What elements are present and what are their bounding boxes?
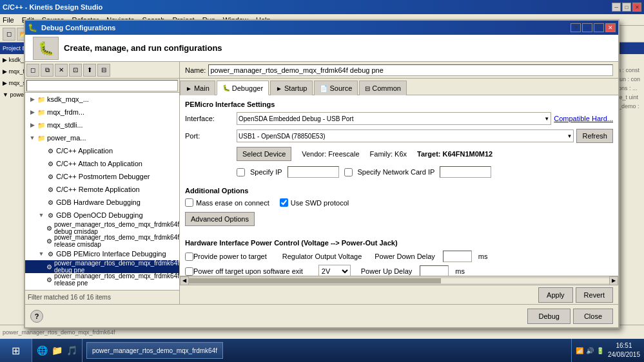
tree-item-gdb-openocd-group[interactable]: ▼ ⚙ GDB OpenOCD Debugging xyxy=(25,209,179,222)
taskbar-item-1[interactable]: power_manager_rtos_demo_mqx_frdmk64f xyxy=(86,342,223,359)
dialog-search-area xyxy=(25,79,179,93)
apply-button[interactable]: Apply xyxy=(538,287,573,303)
scroll-right-btn[interactable]: ▶ xyxy=(609,276,618,285)
config-name-input[interactable] xyxy=(208,64,613,76)
tree-toggle-power-ma[interactable]: ▼ xyxy=(28,133,37,142)
windows-logo-icon: ⊞ xyxy=(12,345,20,357)
tree-item-ksdk[interactable]: ▶ 📁 ksdk_mqx_... xyxy=(25,93,179,106)
tree-toggle-mqx-stdli[interactable]: ▶ xyxy=(28,120,37,129)
provide-power-checkbox[interactable] xyxy=(185,252,193,261)
tree-item-cpp-attach[interactable]: ▶ ⚙ C/C++ Attach to Application xyxy=(25,157,179,170)
tab-main-label: Main xyxy=(194,84,210,92)
tree-item-pemicro-debug[interactable]: ▶ ⚙ power_manager_rtos_demo_mqx_frdmk64f… xyxy=(25,260,179,273)
dialog-left-panel: ◻ ⧉ ✕ ⊡ ⬆ ⊟ ▶ 📁 ksdk_mqx_... xyxy=(25,62,180,304)
power-down-ms: ms xyxy=(478,252,488,260)
dialog-minimize-btn[interactable]: ─ xyxy=(582,23,592,32)
advanced-options-button[interactable]: Advanced Options xyxy=(185,212,255,226)
collapse-btn[interactable]: ⊟ xyxy=(97,64,110,77)
dialog-close-btn[interactable]: ✕ xyxy=(605,23,616,32)
menu-file[interactable]: File xyxy=(3,16,14,24)
tree-item-mqx-stdli[interactable]: ▶ 📁 mqx_stdli... xyxy=(25,119,179,131)
tree-toggle-ksdk[interactable]: ▶ xyxy=(28,95,37,104)
dialog-title-buttons: ? ─ □ ✕ xyxy=(571,23,616,32)
tree-item-pemicro-release[interactable]: ▶ ⚙ power_manager_rtos_demo_mqx_frdmk64f… xyxy=(25,273,179,286)
interface-row: Interface: OpenSDA Embedded Debug - USB … xyxy=(185,112,613,125)
config-search-input[interactable] xyxy=(26,80,178,91)
power-off-checkbox[interactable] xyxy=(185,267,193,276)
dialog-bottom-left: ? xyxy=(30,310,43,323)
taskbar-start-button[interactable]: ⊞ xyxy=(0,339,32,362)
section-title-pemicro: PEMicro Interface Settings xyxy=(185,100,613,108)
quicklaunch-browser[interactable]: 🌐 xyxy=(37,345,48,356)
tree-item-power-ma[interactable]: ▼ 📁 power_ma... xyxy=(25,131,179,144)
dialog-header-icon: 🐛 xyxy=(33,37,59,60)
ide-maximize-btn[interactable]: □ xyxy=(622,3,631,12)
hscroll-content-thumb[interactable] xyxy=(189,278,441,283)
tab-main[interactable]: ► Main xyxy=(180,81,215,95)
dialog-bottom-right: Debug Close xyxy=(527,309,613,324)
config-icon-cpp-postmortem: ⚙ xyxy=(46,172,55,181)
refresh-button[interactable]: Refresh xyxy=(576,129,613,143)
tab-common[interactable]: ⊟ Common xyxy=(359,81,407,95)
taskbar-clock[interactable]: 16:51 24/08/2015 xyxy=(608,341,640,359)
tree-item-gdb-pemicro-group[interactable]: ▼ ⚙ GDB PEMicro Interface Debugging xyxy=(25,247,179,260)
folder-icon-4: 📁 xyxy=(37,133,46,142)
specify-ip-checkbox[interactable] xyxy=(237,168,245,176)
config-tree[interactable]: ▶ 📁 ksdk_mqx_... ▶ 📁 mqx_frdm... xyxy=(25,93,179,290)
network-card-input[interactable] xyxy=(440,166,491,178)
voltage-select[interactable]: 2V 3.3V 5V xyxy=(318,265,351,276)
tray-volume-icon[interactable]: 🔊 xyxy=(586,347,594,354)
compatible-hard-link[interactable]: Compatible Hard... xyxy=(554,115,613,122)
duplicate-btn[interactable]: ⧉ xyxy=(41,64,54,77)
tree-item-cpp-remote[interactable]: ▶ ⚙ C/C++ Remote Application xyxy=(25,183,179,196)
export-btn[interactable]: ⬆ xyxy=(83,64,96,77)
close-button[interactable]: Close xyxy=(573,309,613,324)
tab-startup[interactable]: ► Startup xyxy=(270,81,313,95)
tree-toggle-pemicro[interactable]: ▼ xyxy=(37,249,46,258)
config-icon-cpp-remote: ⚙ xyxy=(46,185,55,194)
debug-button[interactable]: Debug xyxy=(527,309,570,324)
mass-erase-checkbox[interactable] xyxy=(185,198,193,207)
filter-btn[interactable]: ⊡ xyxy=(69,64,82,77)
tab-source[interactable]: 📄 Source xyxy=(314,81,358,95)
specify-network-card-checkbox[interactable] xyxy=(344,168,353,176)
provide-power-label: Provide power to target xyxy=(193,252,267,260)
use-swd-checkbox[interactable] xyxy=(280,198,288,207)
tree-label-cpp-attach: C/C++ Attach to Application xyxy=(56,160,142,167)
interface-select[interactable]: OpenSDA Embedded Debug - USB Port ▼ xyxy=(237,112,551,125)
tree-toggle-mqx-frdm[interactable]: ▶ xyxy=(28,108,37,117)
delete-btn[interactable]: ✕ xyxy=(55,64,68,77)
tree-item-mqx-frdm[interactable]: ▶ 📁 mqx_frdm... xyxy=(25,106,179,119)
quicklaunch-folder[interactable]: 📁 xyxy=(52,345,63,356)
ide-minimize-btn[interactable]: ─ xyxy=(612,3,621,12)
scroll-left-btn[interactable]: ◀ xyxy=(180,276,189,285)
tree-item-openocd-debug[interactable]: ▶ ⚙ power_manager_rtos_demo_mqx_frdmk64f… xyxy=(25,222,179,234)
tree-item-cpp-app[interactable]: ▶ ⚙ C/C++ Application xyxy=(25,144,179,157)
toolbar-new[interactable]: ◻ xyxy=(3,28,15,41)
content-hscrollbar[interactable]: ◀ ▶ xyxy=(180,276,618,285)
dialog-help-button[interactable]: ? xyxy=(30,310,43,323)
revert-button[interactable]: Revert xyxy=(576,287,613,303)
dialog-help-btn[interactable]: ? xyxy=(571,23,581,32)
tray-battery-icon[interactable]: 🔋 xyxy=(596,347,604,354)
group-icon-pemicro: ⚙ xyxy=(46,249,55,258)
specify-ip-input[interactable] xyxy=(288,166,339,178)
select-device-button[interactable]: Select Device xyxy=(237,147,291,161)
new-config-btn[interactable]: ◻ xyxy=(26,64,39,77)
quicklaunch-media[interactable]: 🎵 xyxy=(66,345,77,356)
config-icon-cpp-app: ⚙ xyxy=(46,146,55,155)
dialog-bottom-bar: ? Debug Close xyxy=(25,304,618,327)
tab-debugger[interactable]: 🐛 Debugger xyxy=(217,81,269,95)
tree-item-gdb-hw[interactable]: ▶ ⚙ GDB Hardware Debugging xyxy=(25,196,179,209)
tree-item-cpp-postmortem[interactable]: ▶ ⚙ C/C++ Postmortem Debugger xyxy=(25,170,179,183)
port-select[interactable]: USB1 - OpenSDA (78850E53) ▼ xyxy=(237,129,574,142)
tray-network-icon[interactable]: 📶 xyxy=(576,347,583,354)
ide-title: C/C++ - Kinetis Design Studio xyxy=(3,3,102,11)
tree-toggle-openocd[interactable]: ▼ xyxy=(37,211,46,220)
dialog-maximize-btn[interactable]: □ xyxy=(594,23,604,32)
power-down-delay-input[interactable] xyxy=(443,251,472,262)
hscroll-content-track[interactable] xyxy=(189,278,609,283)
ide-close-btn[interactable]: ✕ xyxy=(632,3,641,12)
tree-item-openocd-release[interactable]: ▶ ⚙ power_manager_rtos_demo_mqx_frdmk64f… xyxy=(25,234,179,247)
power-up-delay-input[interactable] xyxy=(420,265,449,276)
